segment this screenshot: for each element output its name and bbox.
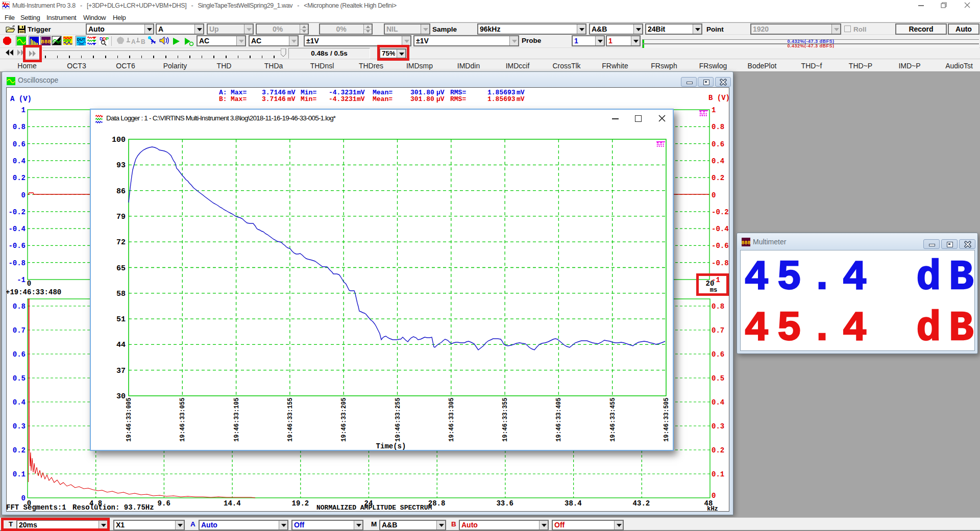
svg-text:0.8: 0.8: [712, 123, 724, 131]
svg-text:0.3: 0.3: [712, 422, 724, 431]
svg-text:P: P: [106, 36, 109, 41]
svg-text:0.2: 0.2: [13, 446, 26, 454]
svg-text:0.5: 0.5: [712, 374, 724, 383]
svg-text:1: 1: [21, 106, 26, 114]
svg-text:19.2: 19.2: [292, 499, 309, 508]
svg-text:14.4: 14.4: [224, 499, 241, 508]
svg-text:0.2: 0.2: [712, 446, 724, 454]
svg-text:RMS=: RMS=: [450, 95, 466, 103]
svg-text:-1: -1: [17, 276, 26, 284]
svg-text:19:46:33:505: 19:46:33:505: [663, 398, 670, 442]
svg-text:0.4: 0.4: [13, 398, 26, 407]
svg-text:0.6: 0.6: [13, 350, 26, 359]
svg-text:0.8: 0.8: [712, 302, 724, 311]
svg-text:+19:46:33:480: +19:46:33:480: [6, 288, 61, 296]
svg-text:A: A: [131, 38, 136, 45]
svg-text:0.6: 0.6: [712, 350, 724, 359]
svg-text:0.1: 0.1: [712, 470, 724, 478]
svg-text:Resolution: 93.75Hz: Resolution: 93.75Hz: [72, 503, 154, 511]
svg-text:0.8: 0.8: [13, 302, 26, 311]
svg-text:51: 51: [116, 315, 126, 324]
svg-text:0.6: 0.6: [712, 140, 724, 148]
svg-text:mV: mV: [357, 95, 365, 103]
svg-text:79: 79: [116, 213, 126, 221]
svg-text:86: 86: [116, 187, 126, 196]
svg-text:19:46:33:455: 19:46:33:455: [609, 398, 617, 442]
svg-text:0: 0: [712, 191, 716, 199]
svg-text:0.6: 0.6: [13, 140, 26, 148]
svg-text:DUT: DUT: [77, 37, 86, 42]
svg-text:72: 72: [116, 238, 126, 247]
svg-text:301.80: 301.80: [410, 95, 434, 103]
svg-text:Min=: Min=: [301, 95, 316, 103]
svg-text:65: 65: [116, 264, 126, 273]
svg-text:1.85693: 1.85693: [487, 95, 516, 103]
svg-text:kHz: kHz: [707, 505, 718, 511]
svg-text:-0.8: -0.8: [712, 259, 729, 267]
svg-text:-0.4: -0.4: [8, 225, 26, 233]
svg-text:19:46:33:355: 19:46:33:355: [502, 398, 509, 442]
svg-text:19:46:33:105: 19:46:33:105: [233, 398, 240, 442]
svg-text:000: 000: [79, 43, 84, 46]
svg-text:-0.6: -0.6: [8, 242, 26, 250]
svg-text:Time(s): Time(s): [376, 442, 406, 450]
svg-text:-0.8: -0.8: [8, 259, 26, 267]
svg-text:888: 888: [742, 240, 750, 246]
svg-text:0.7: 0.7: [712, 326, 724, 335]
svg-text:19:46:33:155: 19:46:33:155: [287, 398, 294, 442]
svg-text:19:46:33:055: 19:46:33:055: [179, 398, 186, 442]
svg-text:mV: mV: [287, 95, 296, 103]
svg-text:19:46:33:005: 19:46:33:005: [126, 398, 133, 442]
svg-text:µV: µV: [436, 95, 445, 103]
svg-text:0.4: 0.4: [13, 157, 26, 165]
svg-text:100: 100: [112, 136, 126, 144]
svg-text:0: 0: [712, 492, 716, 500]
svg-text:0: 0: [21, 191, 26, 199]
svg-text:0: 0: [21, 494, 26, 502]
svg-text:43.2: 43.2: [633, 499, 650, 508]
svg-text:0.5: 0.5: [13, 374, 26, 383]
svg-text:30: 30: [116, 392, 126, 401]
svg-text:NORMALIZED AMPLITUDE SPECTRUM: NORMALIZED AMPLITUDE SPECTRUM: [316, 504, 432, 511]
svg-text:19:46:33:255: 19:46:33:255: [395, 398, 402, 442]
svg-text:A (V): A (V): [10, 95, 32, 103]
svg-text:0.7: 0.7: [13, 326, 26, 335]
svg-text:-0.2: -0.2: [712, 208, 729, 216]
svg-text:1: 1: [712, 106, 716, 114]
svg-text:58: 58: [116, 290, 126, 298]
svg-text:0: 0: [27, 280, 31, 288]
svg-text:19:46:33:405: 19:46:33:405: [555, 398, 562, 442]
svg-text:Mean=: Mean=: [373, 95, 393, 103]
svg-text:B (V): B (V): [708, 94, 729, 102]
svg-text:0.3: 0.3: [13, 422, 26, 431]
svg-text:-0.2: -0.2: [8, 208, 26, 216]
svg-text:0.1: 0.1: [13, 470, 26, 478]
svg-text:38.4: 38.4: [565, 499, 582, 508]
svg-text:19:46:33:205: 19:46:33:205: [340, 398, 348, 442]
svg-text:0.4: 0.4: [712, 157, 724, 165]
svg-text:19:46:33:305: 19:46:33:305: [448, 398, 455, 442]
svg-text:3.7146: 3.7146: [262, 95, 286, 103]
svg-text:888: 888: [41, 39, 51, 45]
svg-text:B: B: [141, 38, 145, 45]
svg-text:44: 44: [116, 341, 126, 349]
svg-text:0.8: 0.8: [13, 123, 26, 131]
svg-text:37: 37: [116, 367, 126, 375]
svg-text:0.2: 0.2: [13, 174, 26, 182]
svg-text:-0.6: -0.6: [712, 242, 729, 250]
svg-text:mV: mV: [517, 95, 525, 103]
svg-text:B:: B:: [219, 95, 227, 103]
svg-text:9.6: 9.6: [158, 499, 170, 508]
svg-text:33.6: 33.6: [496, 499, 513, 508]
svg-text:-0.4: -0.4: [712, 225, 729, 233]
svg-text:93: 93: [116, 161, 126, 170]
svg-text:0.4: 0.4: [712, 398, 724, 407]
svg-text:FFT Segments:1: FFT Segments:1: [6, 503, 66, 511]
svg-text:-4.3231: -4.3231: [329, 95, 357, 103]
svg-text:Max=: Max=: [231, 95, 247, 103]
svg-text:0.2: 0.2: [712, 174, 724, 182]
